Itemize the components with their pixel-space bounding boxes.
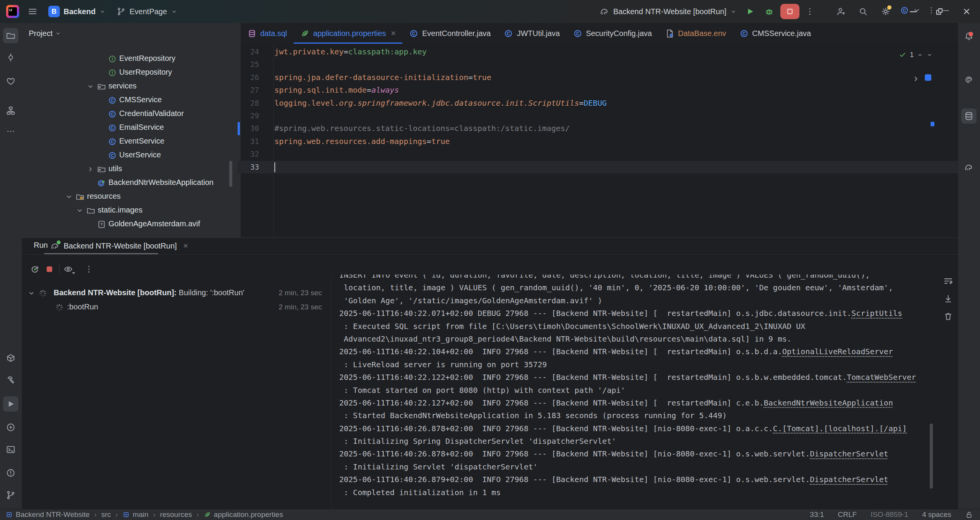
close-window-icon[interactable] <box>962 7 972 16</box>
tab-application.properties[interactable]: application.properties✕ <box>294 23 402 44</box>
tree-item-UserService[interactable]: CUserService <box>22 149 241 162</box>
chevron-down-icon[interactable] <box>86 82 95 91</box>
soft-wrap-icon[interactable] <box>943 276 953 286</box>
tree-item-utils[interactable]: utils <box>22 162 241 176</box>
project-panel-header[interactable]: Project <box>29 29 61 38</box>
hide-editor-icon[interactable] <box>941 6 950 15</box>
tree-item-BackendNtrWebsiteApplication[interactable]: BackendNtrWebsiteApplication <box>22 176 241 190</box>
clipped-tab-icon[interactable]: C <box>900 6 909 15</box>
code-line-25[interactable]: 25 <box>238 58 958 71</box>
sidebar-item-more-tools[interactable] <box>3 124 18 139</box>
run-more-options-icon[interactable] <box>84 264 94 274</box>
code-line-27[interactable]: 27spring.sql.init.mode=always <box>238 84 958 96</box>
breadcrumb-item-application.properties[interactable]: application.properties <box>204 510 283 519</box>
run-tab[interactable]: Backend NTR-Website [bootRun] ✕ <box>47 238 192 254</box>
console-link[interactable]: C.[Tomcat].[localhost].[/api] <box>773 424 907 433</box>
tree-item-EventRepository[interactable]: IEventRepository <box>22 52 241 66</box>
breadcrumb-item-src[interactable]: src <box>101 510 111 519</box>
tree-item-resources[interactable]: resources <box>22 190 241 204</box>
rerun-icon[interactable] <box>30 264 40 274</box>
scrollbar-change-marker[interactable] <box>931 122 934 126</box>
run-button[interactable] <box>745 7 755 16</box>
tab-DataBase.env[interactable]: DataBase.env <box>658 23 733 44</box>
console-link[interactable]: DispatcherServlet <box>810 475 888 484</box>
sidebar-item-build-tool[interactable] <box>3 372 18 388</box>
hidden-tabs-icon[interactable] <box>912 6 921 15</box>
sidebar-item-services-tool[interactable] <box>3 420 18 435</box>
tree-console-splitter[interactable] <box>331 275 331 509</box>
sidebar-item-favorites-tool[interactable] <box>3 74 18 89</box>
code-line-32[interactable]: 32 <box>238 148 958 160</box>
sidebar-item-version-control-tool[interactable] <box>3 487 18 503</box>
console-link[interactable]: BackendNtrWebsiteApplication <box>764 398 893 407</box>
run-tab-close-icon[interactable]: ✕ <box>183 242 188 250</box>
filter-output-icon[interactable] <box>63 264 73 274</box>
sidebar-item-commit-tool[interactable] <box>3 50 18 65</box>
run-tree-row[interactable]: Backend NTR-Website [bootRun]: Building:… <box>22 286 332 300</box>
sidebar-item-dependencies-tool[interactable] <box>3 350 18 366</box>
clear-console-icon[interactable] <box>943 311 953 321</box>
line-separator[interactable]: CRLF <box>838 510 857 519</box>
scroll-to-end-icon[interactable] <box>943 294 953 304</box>
indent-setting[interactable]: 4 spaces <box>922 510 951 519</box>
code-line-33[interactable]: 33 <box>238 161 958 173</box>
sidebar-item-ai-assistant[interactable] <box>961 72 977 87</box>
project-widget[interactable]: B Backend <box>45 5 109 18</box>
more-actions-icon[interactable] <box>805 7 815 16</box>
tab-data.sql[interactable]: data.sql <box>241 23 294 44</box>
caret-position[interactable]: 33:1 <box>810 510 824 519</box>
tree-item-GoldenAgeAmsterdam.avif[interactable]: ?GoldenAgeAmsterdam.avif <box>22 217 241 231</box>
sidebar-item-project-tool[interactable] <box>3 28 18 43</box>
tree-item-CredentialValidator[interactable]: CCredentialValidator <box>22 107 241 121</box>
code-line-26[interactable]: 26spring.jpa.defer-datasource-initializa… <box>238 71 958 84</box>
run-configuration-widget[interactable]: Backend NTR-Website [bootRun] <box>596 5 740 18</box>
chevron-down-icon[interactable] <box>76 206 84 215</box>
sidebar-item-notifications[interactable] <box>961 29 977 44</box>
tree-item-EventService[interactable]: CEventService <box>22 135 241 149</box>
tree-item-EmailService[interactable]: CEmailService <box>22 121 241 135</box>
chevron-right-icon[interactable] <box>86 165 95 173</box>
tree-item-static.images[interactable]: static.images <box>22 204 241 217</box>
run-tree-row[interactable]: :bootRun2 min, 23 sec <box>22 301 332 314</box>
chevron-down-icon[interactable] <box>27 289 36 298</box>
console-link[interactable]: OptionalLiveReloadServer <box>782 347 893 356</box>
breadcrumb-item-main[interactable]: main <box>122 510 148 519</box>
code-line-28[interactable]: 28logging.level.org.springframework.jdbc… <box>238 97 958 110</box>
tab-options-icon[interactable] <box>927 6 936 15</box>
lock-open-icon[interactable] <box>965 511 973 519</box>
code-line-30[interactable]: 30#spring.web.resources.static-locations… <box>238 122 958 135</box>
project-tree-scrollbar[interactable] <box>229 161 232 187</box>
sidebar-item-problems-tool[interactable] <box>3 465 18 481</box>
code-with-me-icon[interactable] <box>836 7 846 16</box>
sidebar-item-terminal-tool[interactable] <box>3 442 18 457</box>
console-link[interactable]: DispatcherServlet <box>810 449 888 458</box>
tree-item-UserRepository[interactable]: IUserRepository <box>22 66 241 80</box>
console-scrollbar[interactable] <box>930 424 933 489</box>
stripe-expand-icon[interactable] <box>911 74 921 83</box>
breadcrumb-item-resources[interactable]: resources <box>160 510 192 519</box>
stop-process-icon[interactable] <box>44 264 54 274</box>
editor[interactable]: 24jwt.private.key=classpath:app.key2526s… <box>241 44 958 237</box>
code-line-31[interactable]: 31spring.web.resources.add-mappings=true <box>238 135 958 148</box>
tab-CMSService.java[interactable]: CCMSService.java <box>733 23 817 44</box>
debug-button[interactable] <box>764 7 774 16</box>
prev-problem-icon[interactable] <box>917 52 923 58</box>
vcs-branch-widget[interactable]: EventPage <box>113 5 181 18</box>
sidebar-item-database-tool[interactable] <box>961 108 977 124</box>
tab-EventController.java[interactable]: CEventController.java <box>402 23 497 44</box>
console-link[interactable]: TomcatWebServer <box>847 373 916 382</box>
settings-icon[interactable] <box>881 7 891 16</box>
chevron-down-icon[interactable] <box>65 193 73 201</box>
breadcrumb-item-Backend NTR-Website[interactable]: Backend NTR-Website <box>5 510 90 519</box>
stop-button[interactable] <box>780 4 799 19</box>
file-encoding[interactable]: ISO-8859-1 <box>871 510 908 519</box>
console-link[interactable]: ScriptUtils <box>852 309 902 318</box>
tree-item-services[interactable]: services <box>22 80 241 93</box>
search-everywhere-icon[interactable] <box>858 7 868 16</box>
tab-SecurityConfig.java[interactable]: CSecurityConfig.java <box>566 23 658 44</box>
tab-close-icon[interactable]: ✕ <box>391 29 396 38</box>
code-line-29[interactable]: 29 <box>238 110 958 122</box>
sidebar-item-structure-tool[interactable] <box>3 103 18 118</box>
inspections-widget[interactable]: 1 <box>898 51 933 59</box>
next-problem-icon[interactable] <box>926 52 933 58</box>
